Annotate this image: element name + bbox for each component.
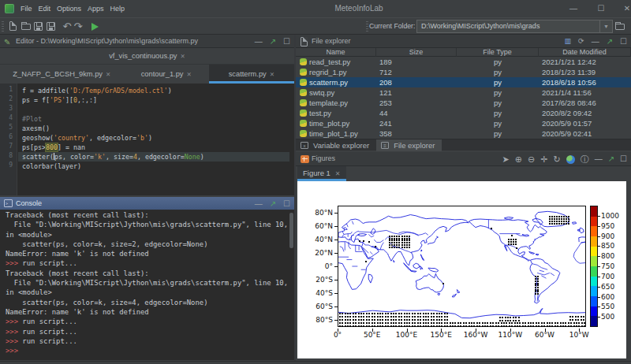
column-header-file-type[interactable]: File Type	[457, 48, 539, 57]
code-line: geoshow('country', edgecolor='b')	[18, 133, 289, 143]
cell-name: time_plot.py	[309, 118, 385, 128]
code-area[interactable]: 123456789 f = addfile('D:/Temp/GrADS/mod…	[0, 84, 294, 195]
figures-minimize-icon[interactable]: —	[595, 153, 603, 165]
file-row-swtq.py[interactable]: swtq.py121py2021/1/4 11:56	[296, 87, 631, 98]
save-as-button[interactable]	[45, 20, 58, 33]
scatter-dot	[425, 325, 427, 327]
save-button[interactable]	[32, 20, 45, 33]
scatter-dot	[507, 320, 509, 321]
cell-file-type: py	[457, 118, 539, 128]
file-row-test.py[interactable]: test.py44py2020/8/2 09:42	[296, 108, 631, 118]
console-scrollbar[interactable]	[289, 213, 293, 248]
run-script-button[interactable]	[88, 20, 101, 33]
scatter-dot	[382, 325, 383, 327]
explorer-tab-file-explorer[interactable]: ≡File explorer	[376, 139, 442, 151]
file-row-template.py[interactable]: template.py253py2017/6/28 08:46	[296, 98, 631, 108]
file-explorer-minimize-icon[interactable]: —	[592, 35, 599, 48]
file-explorer-float-icon[interactable]: ↗	[607, 35, 613, 48]
rotate-icon[interactable]: ↻	[553, 153, 560, 165]
tab-close-icon[interactable]: ✕	[106, 71, 110, 78]
menu-file[interactable]: File	[17, 0, 35, 17]
console-minimize-icon[interactable]: —	[255, 197, 263, 210]
console-float-icon[interactable]: ↗	[270, 197, 276, 210]
x-axis-label: 150°E	[424, 331, 458, 339]
new-doc-icon[interactable]: ▥	[565, 35, 572, 48]
tab-close-icon[interactable]: ✕	[186, 71, 191, 78]
explorer-tab-variable-explorer[interactable]: xVariable explorer	[296, 139, 376, 151]
redo-button[interactable]: ↷	[72, 20, 84, 33]
editor-tab-vf_vis_continuous.py[interactable]: vf_vis_continuous.py✕	[0, 48, 294, 64]
info-icon[interactable]: ⓘ	[581, 153, 589, 165]
tab-close-icon[interactable]: ✕	[181, 53, 185, 60]
file-row-time_plot_1.py[interactable]: time_plot_1.py358py2020/5/9 02:41	[296, 128, 631, 139]
browse-folder-button[interactable]	[614, 20, 626, 33]
scatter-dot	[510, 317, 511, 318]
scatter-dot	[565, 322, 566, 324]
figures-float-icon[interactable]: ↗	[608, 153, 614, 165]
refresh-icon[interactable]: ⟳	[578, 35, 584, 48]
select-cursor-icon[interactable]: ➤	[502, 153, 510, 165]
current-folder-combo[interactable]: D:\Working\MIScript\Jython\mis\grads▼	[416, 20, 613, 33]
file-row-regrid_1.py[interactable]: regrid_1.py712py2018/1/23 11:39	[296, 67, 631, 77]
figure-tab-close-icon[interactable]: ✕	[335, 170, 341, 177]
column-header-size[interactable]: Size	[376, 48, 457, 57]
open-file-button[interactable]	[20, 20, 32, 33]
figure-canvas[interactable]: 80°N60°N40°N20°N0°20°S40°S60°S80°S0°50°E…	[297, 181, 626, 358]
scatter-dot	[409, 247, 410, 248]
scatter-dot	[382, 319, 383, 321]
scatter-dot	[398, 316, 400, 318]
combo-dropdown-icon[interactable]: ▼	[599, 20, 612, 32]
editor-tab-Z_NAFP_C_BCSH_9km.py[interactable]: Z_NAFP_C_BCSH_9km.py✕	[0, 65, 124, 84]
file-row-scatterm.py[interactable]: scatterm.py208py2018/6/18 10:56	[296, 77, 631, 87]
column-header-name[interactable]: Name	[296, 48, 376, 57]
scatter-dot	[339, 319, 341, 321]
tab-label: scatterm.py	[229, 70, 267, 78]
zoom-in-icon[interactable]: ⊕	[515, 153, 522, 165]
tab-close-icon[interactable]: ✕	[270, 71, 274, 78]
console-output[interactable]: Traceback (most recent call last): File …	[0, 210, 294, 360]
file-row-read_test.py[interactable]: read_test.py189py2021/1/21 12:42	[296, 57, 631, 67]
scatter-dot	[368, 316, 370, 318]
zoom-out-icon[interactable]: ⊖	[528, 153, 535, 165]
editor-float-icon[interactable]: ↗	[270, 35, 276, 48]
menu-options[interactable]: Options	[54, 0, 84, 17]
menu-apps[interactable]: Apps	[84, 0, 107, 17]
scatter-dot	[342, 319, 343, 321]
scatter-dot	[446, 313, 448, 314]
editor-tab-contour_1.py[interactable]: contour_1.py✕	[124, 65, 209, 84]
scatter-dot	[560, 325, 562, 327]
editor-maximize-icon[interactable]: ☐	[283, 35, 290, 48]
file-row-time_plot.py[interactable]: time_plot.py241py2020/5/9 01:57	[296, 118, 631, 128]
console-text: run script...	[18, 328, 77, 336]
figure-tab[interactable]: Figure 1✕	[297, 166, 346, 181]
window-maximize-button[interactable]: ☐	[589, 0, 613, 17]
console-maximize-icon[interactable]: ☐	[283, 197, 290, 210]
file-table-header: NameSizeFile TypeDate Modified	[296, 48, 631, 57]
menu-edit[interactable]: Edit	[35, 0, 54, 17]
editor-tab-scatterm.py[interactable]: scatterm.py✕	[209, 65, 294, 84]
scatter-dot	[457, 325, 459, 327]
file-doc-icon: ≡	[381, 142, 389, 149]
scatter-dot	[568, 325, 569, 327]
code-token: )	[148, 134, 152, 142]
scatter-dot	[431, 313, 432, 314]
menu-help[interactable]: Help	[107, 0, 129, 17]
window-close-button[interactable]: ✕	[615, 0, 631, 17]
code-token: #Plot	[22, 115, 42, 123]
editor-minimize-icon[interactable]: —	[255, 35, 263, 48]
pan-icon[interactable]: ✛	[540, 153, 547, 165]
scatter-dot	[561, 218, 562, 220]
globe-icon[interactable]	[566, 155, 575, 164]
figures-maximize-icon[interactable]: ☐	[620, 153, 627, 165]
scatter-dot	[414, 319, 416, 321]
scatter-dot	[409, 240, 410, 241]
scatter-dot	[556, 216, 558, 217]
cell-file-type: py	[457, 128, 539, 139]
x-axis-label: 60°W	[528, 331, 562, 339]
column-header-date-modified[interactable]: Date Modified	[539, 48, 631, 57]
new-file-button[interactable]	[7, 20, 20, 33]
window-minimize-button[interactable]: —	[562, 0, 585, 17]
file-explorer-maximize-icon[interactable]: ☐	[620, 35, 627, 48]
scatter-dot	[385, 316, 386, 318]
scatter-dot	[508, 243, 510, 245]
